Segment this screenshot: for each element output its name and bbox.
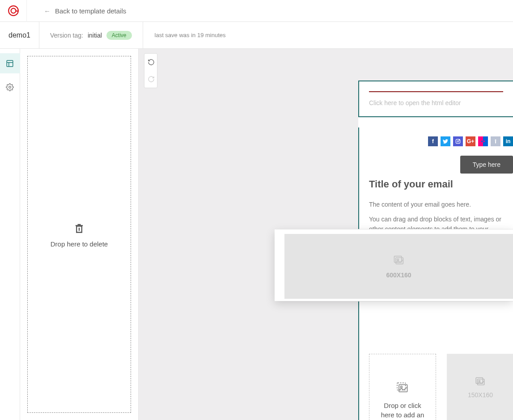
svg-point-1 bbox=[11, 8, 16, 13]
history-controls bbox=[144, 53, 157, 88]
back-link[interactable]: ← Back to template details bbox=[27, 7, 126, 15]
drop-panel: Drop here to delete bbox=[20, 49, 139, 420]
dragging-image-block[interactable]: 600X160 bbox=[275, 229, 513, 301]
version-cell: Version tag: initial Active bbox=[39, 22, 143, 49]
undo-icon bbox=[148, 59, 155, 66]
nav-settings-icon[interactable] bbox=[0, 77, 20, 97]
delete-drop-zone[interactable]: Drop here to delete bbox=[27, 56, 131, 413]
email-title[interactable]: Title of your email bbox=[359, 178, 513, 190]
social-row: f G+ in bbox=[359, 127, 513, 153]
image-icon bbox=[393, 255, 405, 267]
svg-point-15 bbox=[400, 386, 402, 388]
svg-point-8 bbox=[457, 140, 459, 142]
facebook-icon[interactable]: f bbox=[428, 136, 438, 146]
placeholder-small-size: 150X160 bbox=[468, 391, 493, 399]
googleplus-icon[interactable]: G+ bbox=[466, 136, 475, 146]
undo-button[interactable] bbox=[144, 54, 158, 71]
column-2: 150X160 This is a second column of text.… bbox=[447, 354, 513, 420]
cta-button[interactable]: Type here bbox=[460, 156, 513, 174]
linkedin-icon[interactable]: in bbox=[503, 136, 513, 146]
dragging-size-label: 600X160 bbox=[386, 272, 411, 279]
svg-point-21 bbox=[397, 259, 399, 260]
image-drop-box[interactable]: Drop or click here to add an image bbox=[369, 354, 436, 420]
image-icon bbox=[475, 376, 486, 388]
flickr-icon[interactable] bbox=[478, 136, 488, 146]
svg-point-18 bbox=[479, 380, 480, 382]
instagram-icon[interactable] bbox=[453, 136, 463, 146]
app-logo[interactable] bbox=[0, 0, 27, 22]
redo-button[interactable] bbox=[144, 71, 158, 88]
last-save-text: last save was in 19 minutes bbox=[143, 32, 226, 38]
drop-zone-label: Drop here to delete bbox=[51, 240, 108, 248]
svg-rect-2 bbox=[7, 60, 13, 67]
html-editor-strip[interactable]: Click here to open the html editor bbox=[358, 81, 513, 117]
status-badge: Active bbox=[106, 31, 132, 40]
trash-icon bbox=[73, 221, 85, 234]
redo-icon bbox=[148, 76, 155, 83]
svg-point-9 bbox=[459, 140, 459, 140]
svg-point-10 bbox=[481, 140, 483, 142]
app-logo-icon bbox=[8, 5, 19, 17]
top-bar: ← Back to template details bbox=[0, 0, 513, 22]
columns-row: Drop or click here to add an image This … bbox=[359, 354, 513, 420]
svg-point-5 bbox=[9, 86, 11, 88]
html-editor-hint: Click here to open the html editor bbox=[369, 99, 461, 106]
divider-line bbox=[369, 91, 503, 92]
svg-point-12 bbox=[495, 140, 496, 141]
svg-point-11 bbox=[483, 140, 485, 142]
template-name[interactable]: demo1 bbox=[0, 22, 39, 49]
nav-rail bbox=[0, 49, 20, 420]
twitter-icon[interactable] bbox=[441, 136, 450, 146]
image-placeholder-small[interactable]: 150X160 bbox=[447, 354, 513, 420]
email-intro-text[interactable]: The content of your email goes here. bbox=[359, 200, 513, 209]
image-stack-icon bbox=[395, 381, 410, 395]
dragging-image-placeholder: 600X160 bbox=[284, 234, 513, 299]
back-label: Back to template details bbox=[55, 7, 126, 15]
sub-bar: demo1 Version tag: initial Active last s… bbox=[0, 22, 513, 49]
column-1: Drop or click here to add an image This … bbox=[369, 354, 435, 420]
image-drop-label: Drop or click here to add an image bbox=[377, 401, 428, 420]
nav-blocks-icon[interactable] bbox=[0, 53, 20, 73]
arrow-left-icon: ← bbox=[44, 7, 51, 15]
version-tag-label: Version tag: bbox=[50, 32, 83, 39]
version-tag-value: initial bbox=[88, 32, 102, 39]
pinterest-icon[interactable] bbox=[491, 136, 500, 146]
